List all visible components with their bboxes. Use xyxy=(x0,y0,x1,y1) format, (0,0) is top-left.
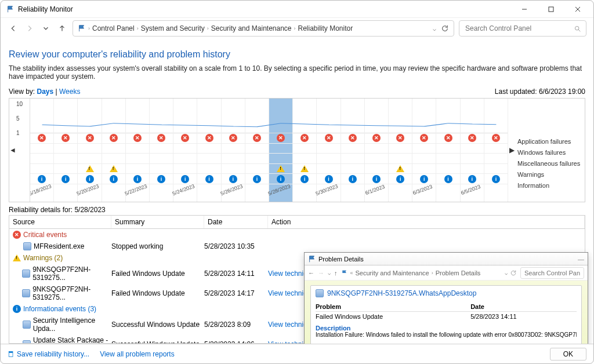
svg-line-5 xyxy=(578,30,580,31)
details-group-header[interactable]: ✕Critical events xyxy=(9,229,585,241)
chevron-down-icon[interactable]: ⌵ xyxy=(433,26,436,32)
info-icon: i xyxy=(420,175,428,183)
window-title: Reliability Monitor xyxy=(18,5,73,13)
popup-search-input[interactable] xyxy=(520,267,584,279)
y-axis: 10 5 1 xyxy=(16,99,30,202)
date-label xyxy=(52,183,79,202)
breadcrumb-item[interactable]: Control Panel xyxy=(92,24,135,32)
warning-icon xyxy=(86,165,94,172)
back-button[interactable] xyxy=(8,23,19,34)
breadcrumb[interactable]: › Control Panel › System and Security › … xyxy=(73,20,454,37)
error-icon: ✕ xyxy=(372,134,381,142)
popup-minimize-icon[interactable]: — xyxy=(578,256,584,263)
error-icon: ✕ xyxy=(325,134,333,142)
chevron-right-icon: › xyxy=(137,26,139,31)
error-icon: ✕ xyxy=(420,134,428,142)
error-icon: ✕ xyxy=(61,134,70,142)
date-label: 5/18/2023 xyxy=(30,183,55,202)
table-row[interactable]: MFResident.exeStopped working5/28/2023 1… xyxy=(9,241,585,252)
popup-address-bar: ← → ⌵ ↑ « Security and Maintenance › Pro… xyxy=(305,265,588,281)
info-icon: i xyxy=(61,175,70,183)
last-updated-value: 6/6/2023 19:00 xyxy=(539,88,585,96)
info-icon: i xyxy=(277,175,285,183)
error-icon: ✕ xyxy=(492,134,500,142)
footer: Save reliability history... View all pro… xyxy=(1,344,593,363)
date-label: 5/28/2023 xyxy=(267,183,295,202)
col-action[interactable]: Action xyxy=(268,216,585,228)
popup-desc-text: Installation Failure: Windows failed to … xyxy=(316,332,577,338)
svg-rect-1 xyxy=(549,7,553,12)
chart-scroll-left[interactable]: ◄ xyxy=(9,99,16,202)
date-label xyxy=(291,183,318,202)
info-icon: i xyxy=(492,175,500,183)
stability-sparkline xyxy=(30,99,508,133)
search-box[interactable] xyxy=(459,20,586,37)
refresh-icon[interactable] xyxy=(441,24,449,32)
date-label xyxy=(339,183,366,202)
error-icon: ✕ xyxy=(253,134,261,142)
recent-dropdown[interactable] xyxy=(40,23,52,34)
page-description: The stability index assesses your system… xyxy=(9,64,585,81)
app-icon xyxy=(23,321,31,329)
error-icon: ✕ xyxy=(157,134,165,142)
popup-heading: 9NKSQGP7F2NH-5319275A.WhatsAppDesktop xyxy=(316,289,577,297)
col-date[interactable]: Date xyxy=(204,216,268,228)
date-label: 5/22/2023 xyxy=(124,183,151,202)
col-summary[interactable]: Summary xyxy=(111,216,204,228)
view-all-reports-link[interactable]: View all problem reports xyxy=(100,350,175,358)
popup-titlebar[interactable]: Problem Details — xyxy=(305,253,588,265)
chevron-right-icon: › xyxy=(207,26,209,31)
page-heading: Review your computer's reliability and p… xyxy=(9,49,585,60)
search-input[interactable] xyxy=(464,24,574,33)
breadcrumb-flag-icon xyxy=(78,24,86,32)
info-icon: i xyxy=(181,175,189,183)
warning-icon xyxy=(396,165,404,172)
address-bar: › Control Panel › System and Security › … xyxy=(1,18,593,39)
date-label xyxy=(195,183,223,202)
popup-forward-button[interactable]: → xyxy=(318,270,324,276)
popup-back-button[interactable]: ← xyxy=(308,270,314,276)
close-button[interactable] xyxy=(564,1,591,18)
app-icon xyxy=(316,289,324,297)
save-history-link[interactable]: Save reliability history... xyxy=(8,350,89,358)
up-button[interactable] xyxy=(56,23,68,34)
maximize-button[interactable] xyxy=(538,1,564,18)
chevron-right-icon: › xyxy=(294,26,296,31)
popup-col-date: Date xyxy=(470,302,577,312)
popup-refresh-icon[interactable] xyxy=(510,270,517,276)
svg-rect-7 xyxy=(9,351,13,352)
error-icon: ✕ xyxy=(444,134,452,142)
app-icon xyxy=(22,289,30,297)
date-label: 5/24/2023 xyxy=(172,183,199,202)
breadcrumb-item[interactable]: Reliability Monitor xyxy=(298,24,353,32)
popup-breadcrumb-item[interactable]: Security and Maintenance xyxy=(356,270,429,276)
popup-col-problem: Problem xyxy=(316,302,470,312)
forward-button[interactable] xyxy=(24,23,35,34)
view-by-days[interactable]: Days xyxy=(37,88,53,96)
col-source[interactable]: Source xyxy=(9,216,111,228)
error-icon: ✕ xyxy=(38,134,46,142)
popup-breadcrumb-item[interactable]: Problem Details xyxy=(436,270,481,276)
popup-recent-dropdown[interactable]: ⌵ xyxy=(328,270,331,276)
error-icon: ✕ xyxy=(349,134,357,142)
warning-icon xyxy=(110,165,118,172)
chart-scroll-right[interactable]: ▶ xyxy=(508,99,515,202)
popup-up-button[interactable]: ↑ xyxy=(334,270,338,276)
view-by-weeks[interactable]: Weeks xyxy=(59,88,80,96)
date-label xyxy=(483,183,508,202)
info-icon: i xyxy=(349,175,357,183)
app-icon xyxy=(23,340,31,344)
popup-flag-icon xyxy=(308,255,316,263)
app-icon xyxy=(22,270,30,278)
breadcrumb-item[interactable]: System and Security xyxy=(141,24,205,32)
info-icon: i xyxy=(468,175,476,183)
date-label xyxy=(434,183,462,202)
last-updated-label: Last updated: xyxy=(495,88,537,96)
minimize-button[interactable] xyxy=(511,1,538,18)
breadcrumb-item[interactable]: Security and Maintenance xyxy=(211,24,292,32)
date-label: 6/1/2023 xyxy=(363,183,390,202)
info-icon: i xyxy=(205,175,213,183)
ok-button[interactable]: OK xyxy=(550,348,586,361)
info-icon: i xyxy=(372,175,381,183)
info-icon: i xyxy=(444,175,452,183)
